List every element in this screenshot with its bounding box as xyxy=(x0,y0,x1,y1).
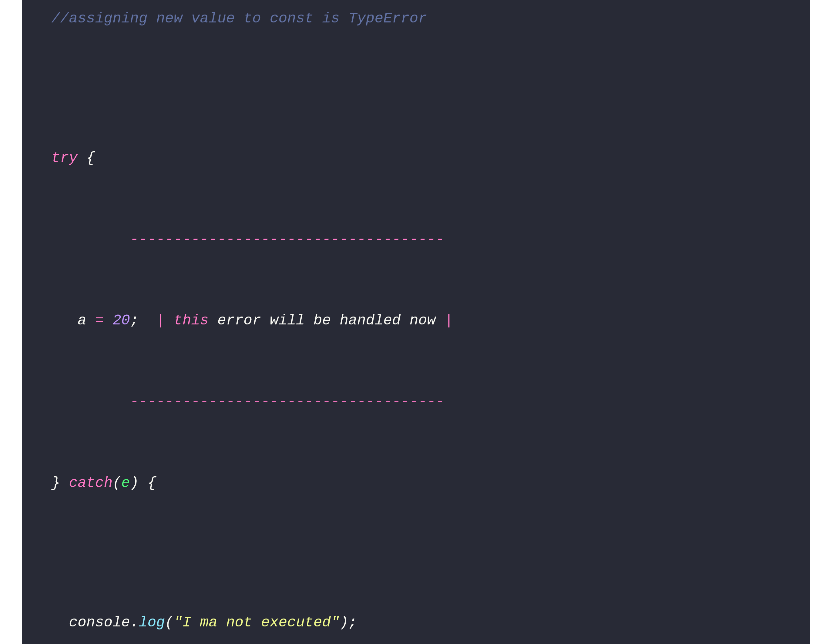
string-literal: "I ma not executed" xyxy=(174,614,339,631)
code-line: console.log("I ma not executed"); xyxy=(34,611,798,634)
blank-line xyxy=(34,74,798,88)
annotation-border-top: ------------------------------------ xyxy=(34,228,798,251)
code-line: } catch(e) { xyxy=(34,471,798,495)
code-block: const a =10 ; setTimeout(function() { //… xyxy=(22,0,810,644)
obj-console: console xyxy=(69,614,130,631)
var-a: a xyxy=(78,312,86,329)
number-20: 20 xyxy=(112,312,130,329)
code-line: a = 20; | this error will be handled now… xyxy=(34,309,798,332)
comment: //assigning new value to const is TypeEr… xyxy=(51,10,427,27)
keyword-try: try xyxy=(51,150,78,166)
code-line: try { xyxy=(34,147,798,169)
annotation-text: error will be handled now xyxy=(209,312,445,329)
param-e: e xyxy=(121,475,130,491)
keyword-catch: catch xyxy=(69,475,112,491)
annotation-border-bottom: ------------------------------------ xyxy=(34,390,798,413)
code-line: //assigning new value to const is TypeEr… xyxy=(34,7,798,30)
code-window: const a =10 ; setTimeout(function() { //… xyxy=(22,0,810,644)
keyword-this: this xyxy=(174,312,209,329)
blank-line xyxy=(34,538,798,553)
fn-log: log xyxy=(139,614,165,631)
